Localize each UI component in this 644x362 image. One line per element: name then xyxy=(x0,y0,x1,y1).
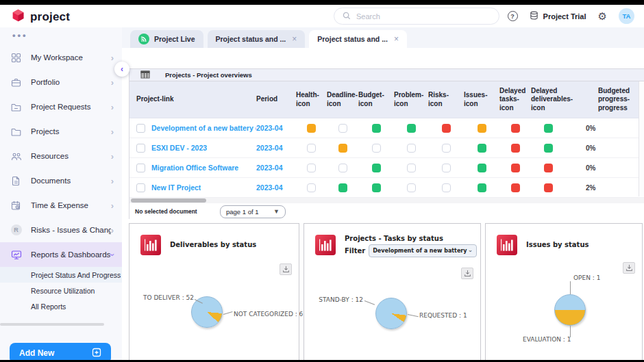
sidebar-subitem-all-reports[interactable]: All Reports xyxy=(0,298,122,314)
table-hscrollbar[interactable] xyxy=(129,198,644,203)
avatar[interactable]: TA xyxy=(619,8,634,24)
project-link[interactable]: New IT Project xyxy=(151,183,201,192)
period-cell: 2023-04 xyxy=(256,124,296,132)
pie-connector xyxy=(570,281,571,294)
selection-status: No selected document xyxy=(135,208,197,215)
logo-cube-icon xyxy=(11,8,25,25)
table-icon xyxy=(140,69,150,81)
pie-connector xyxy=(223,311,233,315)
chart-title: Projects - Tasks by status xyxy=(345,235,477,242)
search-input[interactable] xyxy=(356,12,491,21)
download-button[interactable] xyxy=(280,263,292,275)
column-header-deadline-icon: Deadline-icon xyxy=(327,91,358,108)
sidebar-overflow-icon[interactable]: ••• xyxy=(12,30,28,40)
status-orange-icon xyxy=(307,124,316,133)
status-empty-icon xyxy=(407,164,416,172)
project-link[interactable]: ESXI DEV - 2023 xyxy=(151,144,207,152)
status-green-icon xyxy=(372,183,381,192)
project-link[interactable]: Development of a new battery concept xyxy=(151,124,256,132)
sidebar-item-reports-dashboards-lib[interactable]: Reports & Dashboards Lib...› xyxy=(0,242,122,267)
calendar-clock-icon xyxy=(10,200,22,211)
live-broadcast-icon xyxy=(138,34,149,44)
close-icon[interactable]: × xyxy=(394,34,399,44)
sidebar-collapse-button[interactable]: ‹ xyxy=(114,62,129,77)
sidebar-subitem-project-status-and-progress[interactable]: Project Status And Progress xyxy=(0,267,122,283)
people-icon xyxy=(10,151,22,162)
sidebar-item-portfolio[interactable]: Portfolio› xyxy=(0,70,122,94)
close-icon[interactable]: × xyxy=(292,34,297,44)
download-button[interactable] xyxy=(461,268,473,279)
status-empty-icon xyxy=(307,144,316,153)
sidebar-item-resources[interactable]: Resources› xyxy=(0,144,122,168)
hscroll-thumb[interactable] xyxy=(131,198,206,203)
row-checkbox[interactable] xyxy=(136,183,145,192)
status-red-icon xyxy=(544,183,553,192)
row-checkbox[interactable] xyxy=(136,164,145,172)
column-header-project-link: Project-link xyxy=(129,95,256,104)
download-button[interactable] xyxy=(623,262,635,274)
tab-bar: Project LiveProject status and ...×Proje… xyxy=(122,27,644,48)
gear-icon[interactable]: ⚙ xyxy=(598,11,607,21)
table-title: Projects - Project overviews xyxy=(165,71,252,79)
chevron-right-icon: › xyxy=(111,225,114,235)
column-header-delayed-tasks-icon: Delayed tasks-icon xyxy=(499,87,531,113)
sidebar: ••• My Workspace›Portfolio›Project Reque… xyxy=(0,27,122,360)
table-header-row: Project-linkPeriodHealth-iconDeadline-ic… xyxy=(129,81,644,118)
search-bar[interactable] xyxy=(334,8,499,25)
table-body: Development of a new battery concept2023… xyxy=(129,118,644,198)
pie-label: TO DELIVER : 52 xyxy=(135,294,194,301)
tab-project-status-and-1[interactable]: Project status and ...× xyxy=(208,30,306,48)
table-footer: No selected document page 1 of 1 ▼ xyxy=(129,203,644,220)
sidebar-item-time-expense[interactable]: Time & Expense› xyxy=(0,193,122,218)
status-red-icon xyxy=(544,164,553,172)
app-logo[interactable]: project xyxy=(11,8,70,25)
pie-chart xyxy=(191,296,223,328)
pager-select[interactable]: page 1 of 1 ▼ xyxy=(220,205,286,218)
sidebar-scrollbar[interactable] xyxy=(0,323,104,326)
sidebar-item-my-workspace[interactable]: My Workspace› xyxy=(0,45,122,70)
progress-cell: 0% xyxy=(565,125,644,132)
status-orange-icon xyxy=(338,144,347,153)
chevron-right-icon: › xyxy=(111,127,114,137)
status-empty-icon xyxy=(407,183,416,192)
bar-chart-icon xyxy=(315,235,336,258)
briefcase-icon xyxy=(10,77,22,88)
add-new-button[interactable]: Add New xyxy=(10,343,111,360)
search-icon xyxy=(343,10,351,23)
sidebar-item-project-requests[interactable]: Project Requests› xyxy=(0,94,122,119)
status-orange-icon xyxy=(478,124,486,133)
sidebar-item-risks-issues-change-re[interactable]: RRisks - Issues & Change Re...› xyxy=(0,218,122,242)
chevron-right-icon: › xyxy=(111,151,114,161)
pie-connector xyxy=(364,300,375,305)
sidebar-subitem-resource-utilization[interactable]: Resource Utilization xyxy=(0,283,122,298)
document-icon xyxy=(10,175,22,187)
help-icon[interactable]: ? xyxy=(508,11,518,21)
status-green-icon xyxy=(478,144,486,153)
row-checkbox[interactable] xyxy=(136,124,145,133)
trial-badge[interactable]: Project Trial xyxy=(530,11,586,21)
tab-project-status-and-2[interactable]: Project status and ...× xyxy=(309,30,407,48)
chart-filter-select[interactable]: Development of a new battery concept⌄ xyxy=(369,244,477,257)
pie-label: EVALUATION : 1 xyxy=(523,336,568,343)
plus-square-icon xyxy=(92,348,101,359)
status-empty-icon xyxy=(442,144,451,153)
app-window: project ? Project Trial ⚙ TA ••• My Work… xyxy=(0,5,644,360)
pager-value: page 1 of 1 xyxy=(226,208,259,216)
row-checkbox[interactable] xyxy=(136,144,145,153)
chart-panel-issues-by-status: Issues by statusOPEN : 1EVALUATION : 1 xyxy=(485,223,643,360)
column-header-delayed-deliverables-icon: Delayed deliverables-icon xyxy=(531,87,565,113)
sidebar-item-projects[interactable]: Projects› xyxy=(0,119,122,144)
monitor-icon xyxy=(10,249,22,261)
pie-label: STAND-BY : 12 xyxy=(308,296,363,303)
chevron-right-icon: › xyxy=(111,53,114,63)
status-green-icon xyxy=(544,144,553,153)
table-vscrollbar[interactable] xyxy=(639,81,644,196)
status-empty-icon xyxy=(338,164,347,172)
status-green-icon xyxy=(478,164,486,172)
status-empty-icon xyxy=(442,164,451,172)
tab-project-live-0[interactable]: Project Live xyxy=(130,30,203,48)
grid-icon xyxy=(10,52,22,64)
sidebar-item-documents[interactable]: Documents› xyxy=(0,168,122,193)
status-green-icon xyxy=(544,124,553,133)
project-link[interactable]: Migration Office Software xyxy=(151,164,238,172)
